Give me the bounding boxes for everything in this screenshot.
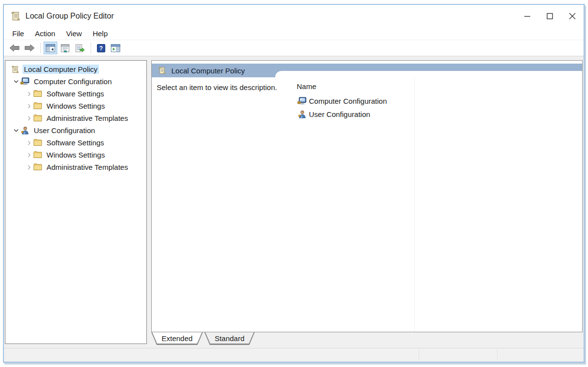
tree-item-windows-settings-user[interactable]: Windows Settings: [5, 149, 146, 161]
list-item-computer-configuration[interactable]: Computer Configuration: [297, 94, 582, 108]
show-action-pane-icon: [111, 44, 120, 52]
chevron-right-icon[interactable]: [25, 116, 33, 121]
tab-standard-label: Standard: [205, 332, 254, 344]
view-tabs: Extended Standard: [151, 332, 583, 348]
export-list-button[interactable]: [73, 42, 87, 54]
status-bar-divider: [419, 350, 419, 360]
details-body: Select an item to view its description. …: [152, 77, 582, 332]
properties-icon: [60, 44, 70, 52]
show-action-pane-button[interactable]: [109, 42, 122, 54]
status-bar-divider: [497, 350, 497, 360]
svg-text:?: ?: [99, 45, 102, 52]
items-list: Name: [293, 77, 582, 332]
tree-item-computer-configuration[interactable]: Computer Configuration: [5, 75, 146, 88]
tab-extended-label: Extended: [152, 332, 202, 344]
maximize-button[interactable]: [539, 5, 561, 27]
menu-file[interactable]: File: [7, 28, 29, 39]
user-icon: [297, 110, 306, 118]
minimize-button[interactable]: [516, 5, 539, 27]
local-group-policy-editor-window: Local Group Policy Editor File Action Vi…: [3, 4, 585, 363]
folder-icon: [33, 102, 42, 110]
tree-item-software-settings-user[interactable]: Software Settings: [5, 137, 146, 149]
gpo-scroll-icon: [158, 66, 166, 75]
chevron-right-icon[interactable]: [25, 92, 33, 96]
tree-item-software-settings[interactable]: Software Settings: [5, 88, 146, 100]
computer-icon: [297, 97, 306, 105]
chevron-right-icon[interactable]: [25, 165, 33, 170]
list-item-user-configuration[interactable]: User Configuration: [297, 108, 582, 121]
toolbar-separator: [40, 43, 41, 53]
help-icon: ?: [97, 44, 105, 52]
menu-help[interactable]: Help: [87, 28, 113, 39]
back-arrow-icon: [9, 44, 20, 52]
forward-arrow-icon: [24, 44, 35, 52]
chevron-right-icon[interactable]: [25, 140, 33, 145]
tree-item-windows-settings[interactable]: Windows Settings: [5, 100, 146, 112]
menu-action[interactable]: Action: [29, 28, 61, 39]
chevron-down-icon[interactable]: [12, 80, 20, 83]
tree-item-administrative-templates-user[interactable]: Administrative Templates: [5, 161, 146, 173]
title-bar: Local Group Policy Editor: [4, 5, 584, 27]
tab-standard[interactable]: Standard: [204, 332, 255, 345]
tree-item-user-configuration[interactable]: User Configuration: [5, 124, 146, 137]
help-button[interactable]: ?: [94, 42, 108, 54]
description-panel: Select an item to view its description.: [152, 77, 293, 332]
show-console-tree-button[interactable]: [44, 42, 57, 54]
chevron-right-icon[interactable]: [25, 153, 33, 158]
computer-icon: [20, 77, 29, 86]
tree-item-label: User Configuration: [32, 126, 96, 135]
folder-icon: [33, 115, 42, 122]
tree-item-label: Software Settings: [45, 89, 106, 98]
user-icon: [20, 126, 29, 135]
toolbar: ?: [4, 40, 584, 56]
list-item-label: Computer Configuration: [309, 97, 387, 105]
tree-item-label: Windows Settings: [45, 101, 106, 111]
folder-icon: [33, 139, 42, 146]
list-item-label: User Configuration: [309, 110, 370, 118]
right-column: Local Computer Policy Select an item to …: [151, 60, 583, 348]
console-tree-pane: Local Computer Policy: [5, 60, 147, 344]
folder-icon: [33, 90, 42, 97]
tree-item-local-computer-policy[interactable]: Local Computer Policy: [5, 63, 146, 75]
export-list-icon: [75, 44, 85, 52]
tree-item-label: Administrative Templates: [45, 162, 129, 172]
tree-item-administrative-templates[interactable]: Administrative Templates: [5, 112, 146, 124]
column-divider: [414, 77, 415, 332]
properties-button[interactable]: [58, 42, 72, 54]
show-console-tree-icon: [46, 44, 55, 52]
tree-item-label: Local Computer Policy: [23, 65, 99, 74]
window-title: Local Group Policy Editor: [25, 12, 114, 21]
chevron-right-icon[interactable]: [25, 104, 33, 109]
details-pane: Local Computer Policy Select an item to …: [151, 60, 583, 332]
menu-view[interactable]: View: [61, 28, 87, 39]
gpo-scroll-icon: [10, 65, 20, 74]
gpo-scroll-icon: [10, 11, 21, 22]
tree-item-label: Administrative Templates: [45, 114, 129, 123]
toolbar-separator: [91, 43, 91, 53]
tree-item-label: Software Settings: [45, 138, 106, 147]
folder-icon: [33, 163, 42, 171]
details-header-title: Local Computer Policy: [171, 67, 245, 75]
status-bar: [4, 348, 584, 362]
details-header-band: Local Computer Policy: [152, 64, 582, 77]
pane-splitter[interactable]: [147, 60, 151, 348]
menu-bar: File Action View Help: [4, 27, 584, 40]
chevron-down-icon[interactable]: [12, 129, 20, 132]
folder-icon: [33, 151, 42, 159]
back-button[interactable]: [8, 42, 22, 54]
close-button[interactable]: [561, 5, 584, 27]
tab-extended[interactable]: Extended: [151, 332, 203, 345]
forward-button[interactable]: [23, 42, 36, 54]
content-area: Local Computer Policy: [4, 56, 584, 348]
tree-item-label: Computer Configuration: [32, 77, 113, 86]
tree-item-label: Windows Settings: [45, 150, 106, 160]
header-band-notch: [275, 71, 582, 77]
name-column-header[interactable]: Name: [297, 82, 582, 91]
